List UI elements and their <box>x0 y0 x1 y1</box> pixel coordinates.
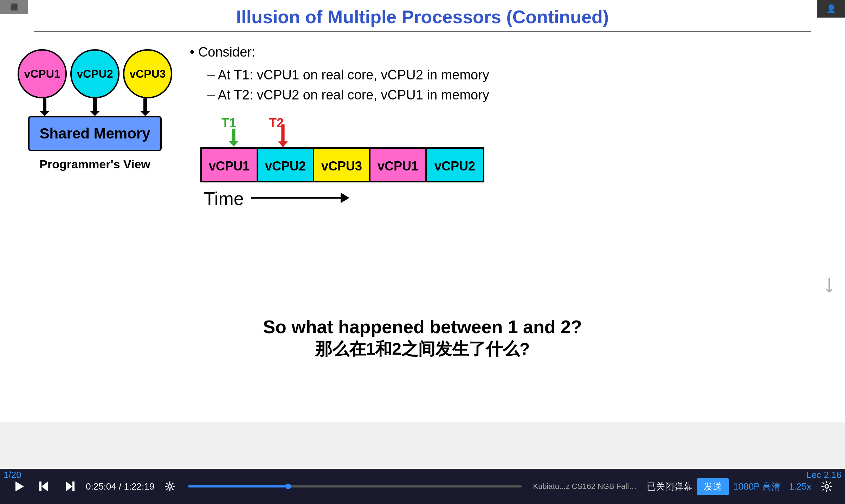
bullet-sub2: – At T2: vCPU2 on real core, vCPU1 in me… <box>207 85 824 105</box>
top-left-overlay: ⬛ <box>0 0 28 14</box>
svg-marker-7 <box>15 482 24 491</box>
arrow-vcpu3 <box>122 98 169 116</box>
timeline-area: T1 T2 <box>200 116 824 209</box>
svg-point-13 <box>825 485 828 488</box>
svg-point-12 <box>168 485 172 488</box>
scroll-hint <box>824 278 834 299</box>
svg-marker-11 <box>66 482 72 491</box>
svg-marker-1 <box>90 98 100 116</box>
svg-marker-3 <box>229 129 238 147</box>
svg-rect-10 <box>72 482 75 491</box>
speed-selector[interactable]: 1.25x <box>789 481 811 492</box>
svg-marker-0 <box>39 98 50 116</box>
svg-rect-14 <box>828 278 830 291</box>
bullet-main: • Consider: <box>190 42 824 62</box>
arrows-row <box>21 98 169 116</box>
settings-icon[interactable] <box>159 481 181 492</box>
shared-memory-box: Shared Memory <box>28 116 162 151</box>
timeline-blocks: vCPU1 vCPU2 vCPU3 vCPU1 vCPU2 <box>200 147 484 182</box>
slide-divider <box>34 31 811 32</box>
skip-back-button[interactable] <box>32 480 56 493</box>
svg-marker-6 <box>341 193 349 203</box>
t1-arrow <box>227 129 241 148</box>
channel-name: Kubiatu...z CS162 NGB Fall 2020 <box>533 482 638 491</box>
control-bar: 1/20 Lec 2.16 0:25:04 / 1:22:19 <box>0 469 845 504</box>
right-content: • Consider: – At T1: vCPU1 on real core,… <box>190 42 824 209</box>
time-arrow <box>251 191 349 206</box>
vcpu3-circle: vCPU3 <box>123 49 172 98</box>
progress-dot <box>285 484 291 489</box>
timeline-vcpu1-1: vCPU1 <box>202 149 258 182</box>
vcpu-circles: vCPU1 vCPU2 vCPU3 <box>18 49 172 98</box>
progress-bar[interactable] <box>188 485 522 487</box>
subtitle-chinese: 那么在1和2之间发生了什么? <box>0 338 845 360</box>
time-display: 0:25:04 / 1:22:19 <box>86 481 154 492</box>
timeline-vcpu3: vCPU3 <box>314 149 370 182</box>
bullet-sub1: – At T1: vCPU1 on real core, vCPU2 in me… <box>207 65 824 85</box>
lec-indicator: Lec 2.16 <box>806 470 841 480</box>
gear-icon[interactable] <box>815 481 838 492</box>
vcpu2-circle: vCPU2 <box>70 49 120 98</box>
svg-rect-8 <box>39 482 41 491</box>
content-area: vCPU1 vCPU2 vCPU3 <box>0 39 845 209</box>
send-button[interactable]: 发送 <box>697 478 729 495</box>
bullet-points: • Consider: – At T1: vCPU1 on real core,… <box>190 42 824 105</box>
time-row: Time <box>204 188 349 209</box>
play-button[interactable] <box>7 480 31 493</box>
slide-title: Illusion of Multiple Processors (Continu… <box>0 6 845 27</box>
svg-marker-2 <box>140 98 150 116</box>
timeline-labels: T1 T2 <box>200 116 503 147</box>
timeline-vcpu2-1: vCPU2 <box>258 149 314 182</box>
page-indicator: 1/20 <box>4 470 21 480</box>
left-controls <box>7 480 82 493</box>
timeline-vcpu1-2: vCPU1 <box>370 149 427 182</box>
slide-area: ⬛ 👤 Illusion of Multiple Processors (Con… <box>0 0 845 422</box>
svg-marker-4 <box>278 124 288 147</box>
skip-forward-button[interactable] <box>58 480 82 493</box>
vcpu1-circle: vCPU1 <box>18 49 67 98</box>
t1-label: T1 <box>221 116 236 130</box>
arrow-vcpu1 <box>21 98 68 116</box>
svg-marker-9 <box>41 482 48 491</box>
timeline-vcpu2-2: vCPU2 <box>427 149 483 182</box>
arrow-vcpu2 <box>71 98 118 116</box>
subtitle-english: So what happened between 1 and 2? <box>0 316 845 337</box>
programmers-view-label: Programmer's View <box>39 157 150 171</box>
quality-selector[interactable]: 1080P 高清 <box>733 480 780 493</box>
left-diagram: vCPU1 vCPU2 vCPU3 <box>21 49 169 171</box>
progress-fill <box>188 485 288 487</box>
t2-arrow <box>276 124 290 149</box>
corner-avatar: 👤 <box>817 0 845 18</box>
time-label: Time <box>204 188 244 209</box>
danmu-toggle[interactable]: 已关闭弹幕 <box>647 480 692 493</box>
